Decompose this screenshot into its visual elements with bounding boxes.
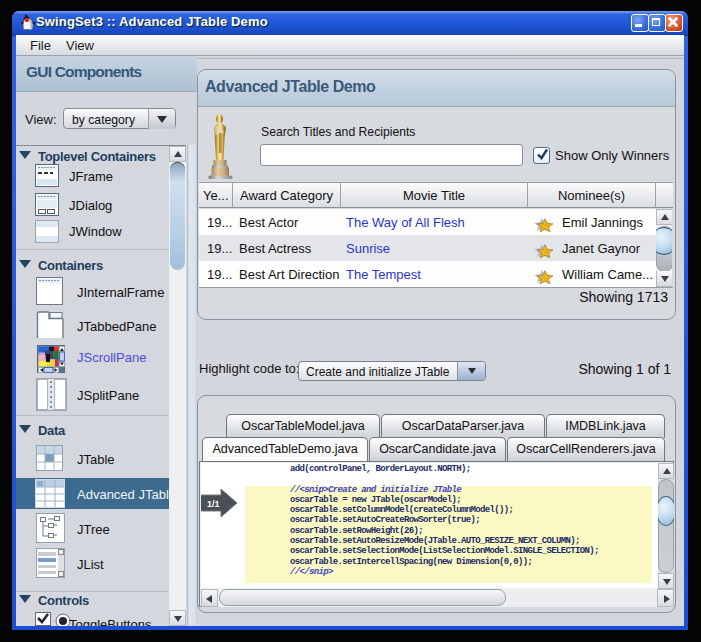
svg-text:1/1: 1/1 <box>207 499 220 509</box>
